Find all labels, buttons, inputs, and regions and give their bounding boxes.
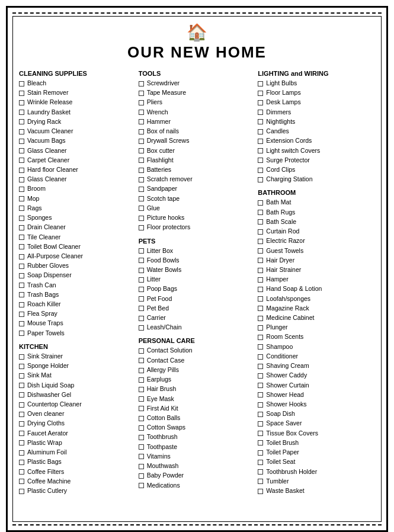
checkbox-icon[interactable] bbox=[258, 229, 263, 235]
checkbox-icon[interactable] bbox=[258, 460, 263, 465]
checkbox-icon[interactable] bbox=[258, 469, 263, 475]
list-item[interactable]: Light Bulbs bbox=[258, 79, 375, 88]
list-item[interactable]: Electric Razor bbox=[258, 236, 375, 245]
checkbox-icon[interactable] bbox=[258, 335, 263, 340]
checkbox-icon[interactable] bbox=[139, 296, 144, 302]
checkbox-icon[interactable] bbox=[258, 110, 263, 115]
list-item[interactable]: Plastic Wrap bbox=[19, 438, 136, 447]
checkbox-icon[interactable] bbox=[139, 248, 144, 254]
list-item[interactable]: Floor protectors bbox=[139, 223, 256, 232]
list-item[interactable]: Coffee Machine bbox=[19, 477, 136, 486]
checkbox-icon[interactable] bbox=[139, 377, 144, 383]
list-item[interactable]: Loofah/sponges bbox=[258, 294, 375, 303]
list-item[interactable]: Countertop Cleaner bbox=[19, 400, 136, 409]
list-item[interactable]: Hammer bbox=[139, 117, 256, 126]
list-item[interactable]: Charging Station bbox=[258, 175, 375, 184]
checkbox-icon[interactable] bbox=[139, 277, 144, 283]
list-item[interactable]: Pet Food bbox=[139, 294, 256, 303]
checkbox-icon[interactable] bbox=[19, 364, 24, 369]
list-item[interactable]: Tissue Box Covers bbox=[258, 429, 375, 438]
list-item[interactable]: Toothpaste bbox=[139, 443, 256, 451]
checkbox-icon[interactable] bbox=[258, 373, 263, 379]
checkbox-icon[interactable] bbox=[19, 392, 24, 398]
list-item[interactable]: Wrinkle Release bbox=[19, 98, 136, 107]
checkbox-icon[interactable] bbox=[258, 148, 263, 153]
list-item[interactable]: Room Scents bbox=[258, 332, 375, 341]
checkbox-icon[interactable] bbox=[19, 91, 24, 96]
list-item[interactable]: Paper Towels bbox=[19, 329, 136, 338]
checkbox-icon[interactable] bbox=[258, 354, 263, 360]
checkbox-icon[interactable] bbox=[258, 158, 263, 163]
list-item[interactable]: Baby Powder bbox=[139, 471, 256, 480]
list-item[interactable]: Bath Rugs bbox=[258, 208, 375, 217]
list-item[interactable]: Bath Scale bbox=[258, 217, 375, 226]
checkbox-icon[interactable] bbox=[19, 331, 24, 336]
checkbox-icon[interactable] bbox=[258, 450, 263, 456]
checkbox-icon[interactable] bbox=[258, 325, 263, 331]
checkbox-icon[interactable] bbox=[139, 91, 144, 96]
list-item[interactable]: Guest Towels bbox=[258, 246, 375, 255]
checkbox-icon[interactable] bbox=[139, 100, 144, 105]
list-item[interactable]: Shower Head bbox=[258, 390, 375, 399]
checkbox-icon[interactable] bbox=[258, 210, 263, 215]
list-item[interactable]: Floor Lamps bbox=[258, 88, 375, 97]
list-item[interactable]: Cotton Balls bbox=[139, 414, 256, 422]
list-item[interactable]: Plastic Bags bbox=[19, 457, 136, 466]
list-item[interactable]: Litter Box bbox=[139, 246, 256, 255]
list-item[interactable]: Picture hooks bbox=[139, 213, 256, 222]
checkbox-icon[interactable] bbox=[19, 216, 24, 221]
checkbox-icon[interactable] bbox=[258, 440, 263, 446]
checkbox-icon[interactable] bbox=[139, 416, 144, 421]
list-item[interactable]: Toilet Brush bbox=[258, 438, 375, 447]
list-item[interactable]: Hair Brush bbox=[139, 384, 256, 393]
checkbox-icon[interactable] bbox=[19, 302, 24, 307]
checkbox-icon[interactable] bbox=[19, 479, 24, 484]
list-item[interactable]: Glass Cleaner bbox=[19, 146, 136, 155]
list-item[interactable]: Box cutter bbox=[139, 146, 256, 155]
list-item[interactable]: Plastic Cutlery bbox=[19, 486, 136, 495]
checkbox-icon[interactable] bbox=[139, 129, 144, 134]
checkbox-icon[interactable] bbox=[19, 264, 24, 269]
list-item[interactable]: Sponges bbox=[19, 213, 136, 222]
checkbox-icon[interactable] bbox=[258, 489, 263, 494]
list-item[interactable]: Hair Dryer bbox=[258, 256, 375, 265]
checkbox-icon[interactable] bbox=[19, 129, 24, 134]
list-item[interactable]: Toilet Bowl Cleaner bbox=[19, 242, 136, 251]
checkbox-icon[interactable] bbox=[19, 187, 24, 192]
checkbox-icon[interactable] bbox=[19, 177, 24, 182]
list-item[interactable]: Cotton Swaps bbox=[139, 423, 256, 432]
list-item[interactable]: Space Saver bbox=[258, 419, 375, 428]
checkbox-icon[interactable] bbox=[258, 81, 263, 86]
list-item[interactable]: Glass Cleaner bbox=[19, 175, 136, 184]
list-item[interactable]: Drywall Screws bbox=[139, 136, 256, 145]
list-item[interactable]: Earplugs bbox=[139, 375, 256, 384]
checkbox-icon[interactable] bbox=[258, 392, 263, 398]
list-item[interactable]: Extension Cords bbox=[258, 136, 375, 145]
list-item[interactable]: Medications bbox=[139, 481, 256, 490]
list-item[interactable]: Nightlights bbox=[258, 117, 375, 126]
checkbox-icon[interactable] bbox=[19, 489, 24, 494]
checkbox-icon[interactable] bbox=[19, 402, 24, 408]
list-item[interactable]: Drying Rack bbox=[19, 117, 136, 126]
checkbox-icon[interactable] bbox=[258, 344, 263, 350]
checkbox-icon[interactable] bbox=[258, 168, 263, 173]
checkbox-icon[interactable] bbox=[19, 283, 24, 288]
list-item[interactable]: Dish Liquid Soap bbox=[19, 381, 136, 390]
list-item[interactable]: Tile Cleaner bbox=[19, 233, 136, 242]
list-item[interactable]: Medicine Cabinet bbox=[258, 313, 375, 322]
list-item[interactable]: Scotch tape bbox=[139, 194, 256, 203]
list-item[interactable]: Shampoo bbox=[258, 342, 375, 351]
checkbox-icon[interactable] bbox=[139, 464, 144, 469]
list-item[interactable]: Waste Basket bbox=[258, 486, 375, 495]
checkbox-icon[interactable] bbox=[258, 479, 263, 484]
checkbox-icon[interactable] bbox=[19, 196, 24, 201]
checkbox-icon[interactable] bbox=[139, 435, 144, 440]
checkbox-icon[interactable] bbox=[19, 312, 24, 317]
list-item[interactable]: Allergy Pills bbox=[139, 366, 256, 374]
list-item[interactable]: Soap Dish bbox=[258, 409, 375, 418]
list-item[interactable]: Drain Cleaner bbox=[19, 223, 136, 232]
list-item[interactable]: Conditioner bbox=[258, 352, 375, 361]
list-item[interactable]: Broom bbox=[19, 184, 136, 193]
checkbox-icon[interactable] bbox=[139, 258, 144, 263]
list-item[interactable]: Toothbrush bbox=[139, 432, 256, 441]
